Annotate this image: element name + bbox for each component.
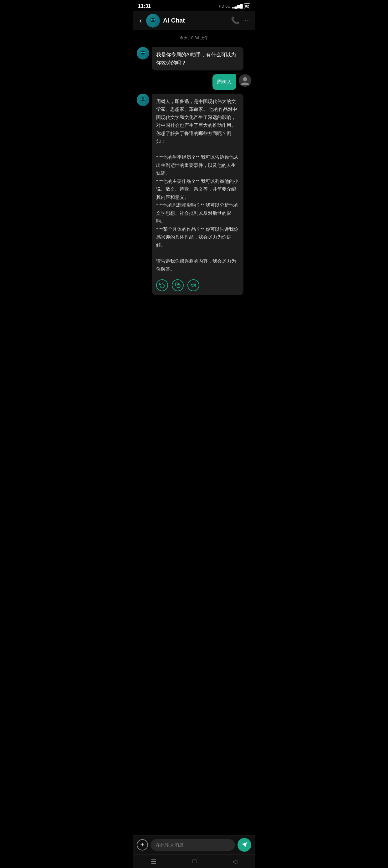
message-row-long: 周树人，即鲁迅，是中国现代伟大的文学家、思想家、革命家。 他的作品对中国现代文学… xyxy=(137,94,251,295)
message-row: 我是你专属的AI助手，有什么可以为你效劳的吗？ xyxy=(137,47,251,70)
battery-icon: 92 xyxy=(244,3,250,9)
svg-point-3 xyxy=(154,19,155,20)
svg-point-12 xyxy=(243,78,247,82)
chat-header: ‹ AI Chat 📞 ··· xyxy=(133,11,255,30)
call-button[interactable]: 📞 xyxy=(231,17,239,25)
status-time: 11:31 xyxy=(138,3,151,9)
signal-label: 5G xyxy=(226,4,231,8)
svg-point-2 xyxy=(151,19,153,20)
svg-point-11 xyxy=(143,49,143,50)
svg-point-16 xyxy=(143,98,144,100)
svg-rect-19 xyxy=(177,285,180,288)
svg-marker-20 xyxy=(191,284,193,287)
header-actions: 📞 ··· xyxy=(231,17,250,25)
svg-point-18 xyxy=(143,95,143,96)
bot-avatar xyxy=(137,47,149,60)
bot-response-text: 周树人，即鲁迅，是中国现代伟大的文学家、思想家、革命家。 他的作品对中国现代文学… xyxy=(156,97,239,273)
timestamp: 今天,10:34 上午 xyxy=(133,30,255,44)
chat-container: 我是你专属的AI助手，有什么可以为你效劳的吗？ 周树人 xyxy=(133,44,255,320)
bot-bubble-1: 我是你专属的AI助手，有什么可以为你效劳的吗？ xyxy=(152,47,244,70)
user-avatar xyxy=(239,74,251,87)
header-title: AI Chat xyxy=(163,17,231,24)
message-row: 周树人 xyxy=(137,74,251,90)
action-icons xyxy=(156,277,239,291)
status-icons: HD 5G ▂▄▆█ 92 xyxy=(219,3,250,9)
refresh-button[interactable] xyxy=(156,279,168,291)
svg-point-5 xyxy=(153,16,154,16)
ai-avatar xyxy=(146,14,160,28)
user-bubble-1: 周树人 xyxy=(213,74,236,90)
svg-point-8 xyxy=(141,52,142,53)
svg-point-15 xyxy=(141,98,142,100)
back-button[interactable]: ‹ xyxy=(138,15,143,26)
copy-button[interactable] xyxy=(172,279,184,291)
status-bar: 11:31 HD 5G ▂▄▆█ 92 xyxy=(133,0,255,11)
hd-label: HD xyxy=(219,4,224,8)
more-button[interactable]: ··· xyxy=(245,17,250,25)
volume-button[interactable] xyxy=(187,279,199,291)
svg-point-9 xyxy=(143,52,144,53)
bot-bubble-long: 周树人，即鲁迅，是中国现代伟大的文学家、思想家、革命家。 他的作品对中国现代文学… xyxy=(152,94,244,295)
signal-bars: ▂▄▆█ xyxy=(232,4,243,8)
bot-avatar-2 xyxy=(137,94,149,106)
